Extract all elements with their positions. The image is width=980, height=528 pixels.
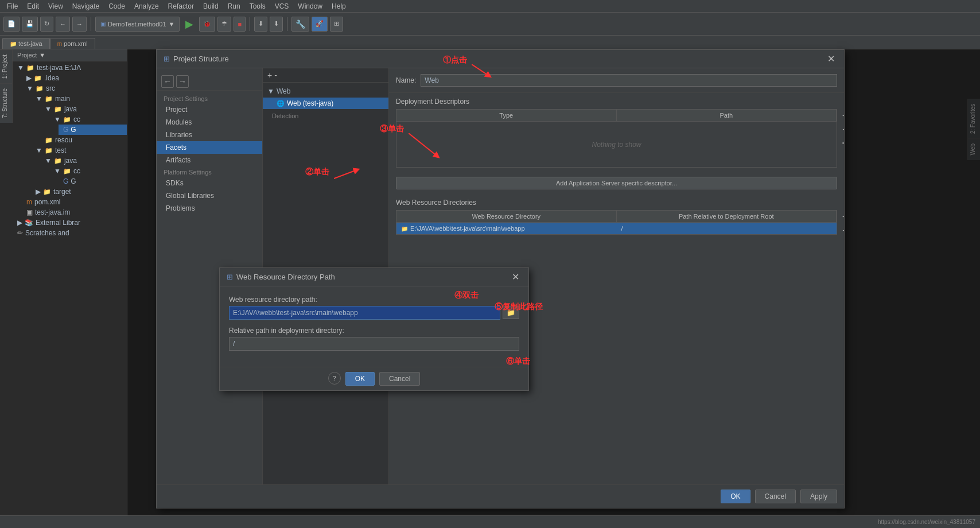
tree-item-cc[interactable]: ▼ 📁 cc [49, 114, 127, 125]
toolbar-separator [91, 17, 91, 31]
tree-expand-icon-main: ▼ [36, 95, 42, 103]
tab-icon: 📁 [10, 41, 17, 47]
menu-run[interactable]: Run [223, 1, 245, 11]
project-dropdown-icon[interactable]: ▼ [39, 52, 45, 59]
deploy-btn[interactable]: 🚀 [312, 17, 328, 32]
tree-item-pom[interactable]: m pom.xml [22, 197, 127, 207]
menu-analyze[interactable]: Analyze [130, 1, 164, 11]
menu-code[interactable]: Code [104, 1, 130, 11]
nav-project[interactable]: Project [157, 103, 262, 116]
tree-item-test-java-im[interactable]: ▣ test-java.im [22, 207, 127, 218]
menu-help[interactable]: Help [327, 1, 351, 11]
forward-btn[interactable]: → [72, 17, 87, 32]
dialog-close-btn[interactable]: ✕ [825, 53, 837, 64]
inner-dialog-cancel-btn[interactable]: Cancel [379, 372, 420, 386]
tasks-btn[interactable]: ⊞ [330, 17, 343, 32]
tree-item-src[interactable]: ▼ 📁 src [22, 83, 127, 94]
menu-view[interactable]: View [44, 1, 68, 11]
inner-dialog-title: ⊞ Web Resource Directory Path [227, 273, 335, 281]
dialog-apply-btn[interactable]: Apply [800, 490, 837, 503]
menu-tools[interactable]: Tools [245, 1, 270, 11]
menu-refactor[interactable]: Refactor [164, 1, 199, 11]
run-config-selector[interactable]: ▣ DemoTest.method01 ▼ [95, 17, 180, 32]
test-g-file-icon: G [63, 177, 68, 185]
web-resource-table-header: Web Resource Directory Path Relative to … [396, 210, 837, 223]
nav-facets[interactable]: Facets [157, 141, 262, 154]
menu-file[interactable]: File [2, 1, 22, 11]
structure-panel-label[interactable]: 7: Structure [0, 83, 12, 123]
pom-file-icon: m [26, 198, 32, 206]
web-resource-path-input[interactable] [229, 306, 500, 320]
build-project-btn[interactable]: ⬇ [270, 17, 283, 32]
tree-item-resou[interactable]: 📁 resou [40, 135, 127, 145]
web-resource-add-btn[interactable]: + [838, 210, 844, 223]
nav-libraries[interactable]: Libraries [157, 129, 262, 141]
menu-window[interactable]: Window [293, 1, 327, 11]
dialog-title-bar: ⊞ Project Structure ✕ [157, 50, 844, 68]
relative-path-input[interactable] [229, 337, 519, 351]
menu-build[interactable]: Build [199, 1, 223, 11]
deployment-edit-btn[interactable]: ✏ [838, 137, 844, 149]
tree-item-test-java[interactable]: ▼ 📁 java [40, 156, 127, 166]
tree-item-root[interactable]: ▼ 📁 test-java E:\JA [13, 63, 127, 73]
menu-edit[interactable]: Edit [22, 1, 44, 11]
tree-expand-icon-test: ▼ [36, 146, 42, 154]
web-resource-path-input-wrap: 📁 [229, 306, 519, 320]
menu-vcs[interactable]: VCS [270, 1, 294, 11]
inner-dialog-close-btn[interactable]: ✕ [510, 271, 522, 282]
center-group-web[interactable]: ▼ Web [263, 85, 388, 98]
center-add-btn[interactable]: + [267, 71, 272, 80]
dialog-ok-btn[interactable]: OK [721, 490, 750, 503]
web-resource-rel-col-header: Path Relative to Deployment Root [617, 211, 837, 222]
tree-item-main[interactable]: ▼ 📁 main [31, 94, 127, 104]
nav-sdks[interactable]: SDKs [157, 177, 262, 189]
tree-item-test-g[interactable]: G G [59, 176, 127, 187]
nav-problems[interactable]: Problems [157, 202, 262, 215]
tree-item-target[interactable]: ▶ 📁 target [31, 187, 127, 197]
inner-dialog-ok-btn[interactable]: OK [345, 372, 375, 386]
browse-btn[interactable]: 📁 [503, 306, 519, 319]
tree-item-java[interactable]: ▼ 📁 java [40, 104, 127, 114]
web-resource-row[interactable]: 📁 E:\JAVA\webb\test-java\src\main\webapp… [396, 223, 837, 234]
dialog-cancel-btn[interactable]: Cancel [755, 490, 796, 503]
web-resource-rel-value: / [621, 225, 623, 232]
tab-pom-xml[interactable]: m pom.xml [50, 38, 95, 49]
save-btn[interactable]: 💾 [22, 17, 38, 32]
help-btn[interactable]: ? [328, 372, 341, 385]
web-resource-path-field-label: Web resource directory path: [229, 296, 519, 304]
build-btn[interactable]: ⬇ [254, 17, 267, 32]
deployment-add-btn[interactable]: + [838, 109, 844, 122]
sync-btn[interactable]: ↻ [40, 17, 53, 32]
tree-item-scratches[interactable]: ✏ Scratches and [13, 228, 127, 238]
platform-settings-label: Platform Settings [157, 166, 262, 177]
group-label: Web [277, 87, 290, 95]
coverage-btn[interactable]: ☂ [217, 17, 231, 32]
nav-forward-btn[interactable]: → [176, 75, 189, 88]
web-resource-remove-btn[interactable]: − [838, 224, 844, 236]
tree-item-g[interactable]: G G [59, 125, 127, 135]
stop-btn[interactable]: ■ [234, 17, 246, 32]
tree-item-ext-lib[interactable]: ▶ 📚 External Librar [13, 218, 127, 228]
main-layout: 1: Project 7: Structure Project ▼ ▼ 📁 te… [0, 49, 980, 528]
tree-item-test[interactable]: ▼ 📁 test [31, 145, 127, 156]
new-file-btn[interactable]: 📄 [3, 17, 20, 32]
nav-global-libs[interactable]: Global Libraries [157, 189, 262, 202]
debug-btn[interactable]: 🐞 [199, 17, 215, 32]
nav-modules[interactable]: Modules [157, 116, 262, 129]
nav-back-btn[interactable]: ← [161, 75, 174, 88]
deployment-remove-btn[interactable]: − [838, 123, 844, 135]
name-input[interactable] [421, 74, 837, 87]
tools-btn[interactable]: 🔧 [291, 17, 309, 32]
tab-test-java[interactable]: 📁 test-java [2, 38, 50, 49]
add-server-descriptor-btn[interactable]: Add Application Server specific descript… [396, 177, 837, 189]
menu-navigate[interactable]: Navigate [68, 1, 104, 11]
run-btn[interactable]: ▶ [182, 17, 197, 32]
center-remove-btn[interactable]: - [274, 71, 277, 80]
tree-item-test-cc[interactable]: ▼ 📁 cc [49, 166, 127, 176]
back-btn[interactable]: ← [56, 17, 70, 32]
center-item-web-test-java[interactable]: 🌐 Web (test-java) [263, 98, 388, 109]
web-resource-path-field-row: Web resource directory path: 📁 [229, 296, 519, 320]
nav-artifacts[interactable]: Artifacts [157, 154, 262, 166]
project-panel-label[interactable]: 1: Project [0, 49, 12, 83]
tree-item-idea[interactable]: ▶ 📁 .idea [22, 73, 127, 83]
